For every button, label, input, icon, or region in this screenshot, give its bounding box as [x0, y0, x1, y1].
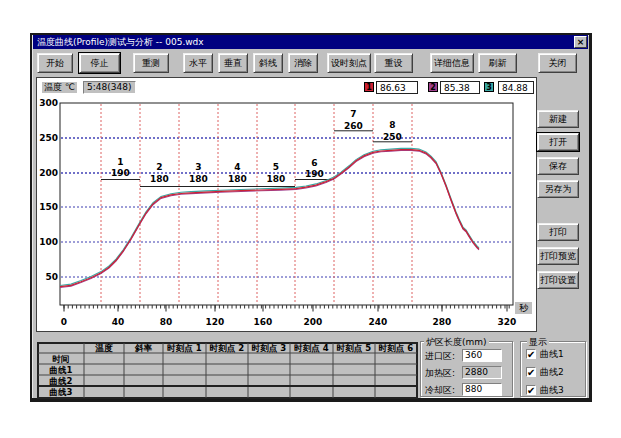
- svg-text:40: 40: [112, 317, 125, 327]
- chart-panel: 温度 ℃ 5:48(348) 186.63285.38384.88 040801…: [36, 77, 537, 332]
- oven-field-input[interactable]: 880: [462, 383, 502, 396]
- svg-text:时刻点 5: 时刻点 5: [337, 343, 371, 353]
- svg-text:80: 80: [160, 317, 173, 327]
- svg-text:100: 100: [39, 237, 58, 247]
- side-button-3[interactable]: 保存: [537, 157, 579, 175]
- svg-text:时刻点 3: 时刻点 3: [252, 343, 286, 353]
- svg-text:时刻点 6: 时刻点 6: [379, 343, 413, 353]
- curve-checkbox-label: 曲线2: [540, 367, 564, 377]
- close-button[interactable]: ×: [574, 36, 587, 48]
- side-button-4[interactable]: 另存为: [537, 180, 579, 198]
- x-axis-unit: 秒: [515, 302, 532, 314]
- svg-text:180: 180: [189, 174, 208, 184]
- svg-text:温度: 温度: [95, 343, 114, 353]
- oven-field-label: 冷却区:: [425, 384, 455, 397]
- svg-text:250: 250: [39, 133, 58, 143]
- oven-group-label: 炉区长度(mm): [424, 336, 489, 349]
- oven-field-label: 进口区:: [425, 350, 455, 363]
- svg-text:时刻点 2: 时刻点 2: [210, 343, 244, 353]
- svg-text:6: 6: [311, 158, 317, 168]
- curve-checkbox-label: 曲线1: [540, 349, 564, 359]
- svg-text:时刻点 4: 时刻点 4: [294, 343, 328, 353]
- display-group-label: 显示: [527, 336, 549, 349]
- oven-field-input[interactable]: 2880: [462, 366, 502, 379]
- toolbar-button-8[interactable]: 设时刻点: [327, 53, 371, 73]
- svg-text:7: 7: [350, 109, 356, 119]
- display-group: 显示✔曲线1✔曲线2✔曲线3: [520, 341, 586, 397]
- svg-text:150: 150: [39, 202, 58, 212]
- profile-chart: 0408012016020024028032030025020015010050…: [37, 78, 538, 333]
- svg-text:180: 180: [228, 174, 247, 184]
- svg-text:190: 190: [111, 168, 130, 178]
- toolbar-button-2[interactable]: 停止: [79, 53, 120, 73]
- curve-checkbox[interactable]: ✔: [526, 385, 536, 395]
- toolbar-button-4[interactable]: 水平: [183, 53, 213, 73]
- svg-text:320: 320: [498, 317, 517, 327]
- svg-text:曲线3: 曲线3: [50, 387, 73, 397]
- svg-text:300: 300: [39, 98, 58, 108]
- svg-text:曲线1: 曲线1: [50, 365, 73, 375]
- side-button-5[interactable]: 打印: [537, 223, 579, 241]
- svg-text:180: 180: [267, 174, 286, 184]
- toolbar-button-10[interactable]: 详细信息: [430, 53, 474, 73]
- measurement-table: 温度斜率时刻点 1时刻点 2时刻点 3时刻点 4时刻点 5时刻点 6时间曲线1曲…: [37, 342, 419, 400]
- oven-zone-group: 炉区长度(mm)进口区:360加热区:2880冷却区:880: [420, 341, 513, 397]
- svg-text:2: 2: [156, 162, 162, 172]
- curve-checkbox[interactable]: ✔: [526, 349, 536, 359]
- svg-text:200: 200: [39, 168, 58, 178]
- svg-text:曲线2: 曲线2: [50, 376, 73, 386]
- curve-checkbox-label: 曲线3: [540, 385, 564, 395]
- svg-text:斜率: 斜率: [134, 343, 153, 353]
- toolbar-button-12[interactable]: 关闭: [538, 53, 577, 73]
- svg-text:160: 160: [254, 317, 273, 327]
- side-button-6[interactable]: 打印预览: [537, 247, 579, 265]
- svg-text:时间: 时间: [53, 354, 70, 364]
- svg-text:240: 240: [369, 317, 388, 327]
- svg-text:280: 280: [433, 317, 452, 327]
- oven-field-label: 加热区:: [425, 367, 455, 380]
- curve-checkbox[interactable]: ✔: [526, 367, 536, 377]
- svg-text:5: 5: [273, 162, 279, 172]
- svg-text:260: 260: [344, 121, 363, 131]
- toolbar-button-6[interactable]: 斜线: [253, 53, 283, 73]
- toolbar-button-9[interactable]: 重设: [374, 53, 413, 73]
- toolbar-button-7[interactable]: 消除: [288, 53, 318, 73]
- toolbar-button-11[interactable]: 刷新: [478, 53, 517, 73]
- side-button-7[interactable]: 打印设置: [537, 271, 579, 289]
- window-title: 温度曲线(Profile)测试与分析 -- 005.wdx: [37, 36, 204, 49]
- svg-text:200: 200: [304, 317, 323, 327]
- toolbar-button-5[interactable]: 垂直: [218, 53, 248, 73]
- app-window: 温度曲线(Profile)测试与分析 -- 005.wdx × 开始停止重测水平…: [30, 33, 592, 402]
- svg-text:3: 3: [195, 162, 201, 172]
- svg-text:8: 8: [389, 120, 395, 130]
- toolbar-button-3[interactable]: 重测: [133, 53, 169, 73]
- side-button-1[interactable]: 新建: [537, 110, 579, 128]
- oven-field-input[interactable]: 360: [462, 349, 502, 362]
- svg-text:190: 190: [305, 169, 324, 179]
- svg-text:120: 120: [206, 317, 225, 327]
- svg-text:50: 50: [45, 272, 58, 282]
- svg-text:250: 250: [383, 132, 402, 142]
- title-bar: 温度曲线(Profile)测试与分析 -- 005.wdx ×: [33, 35, 588, 49]
- svg-text:0: 0: [61, 317, 67, 327]
- svg-text:1: 1: [117, 157, 123, 167]
- svg-text:180: 180: [150, 174, 169, 184]
- svg-text:时刻点 1: 时刻点 1: [167, 343, 201, 353]
- side-button-2[interactable]: 打开: [537, 133, 579, 151]
- svg-text:4: 4: [234, 162, 240, 172]
- toolbar-button-1[interactable]: 开始: [37, 53, 73, 73]
